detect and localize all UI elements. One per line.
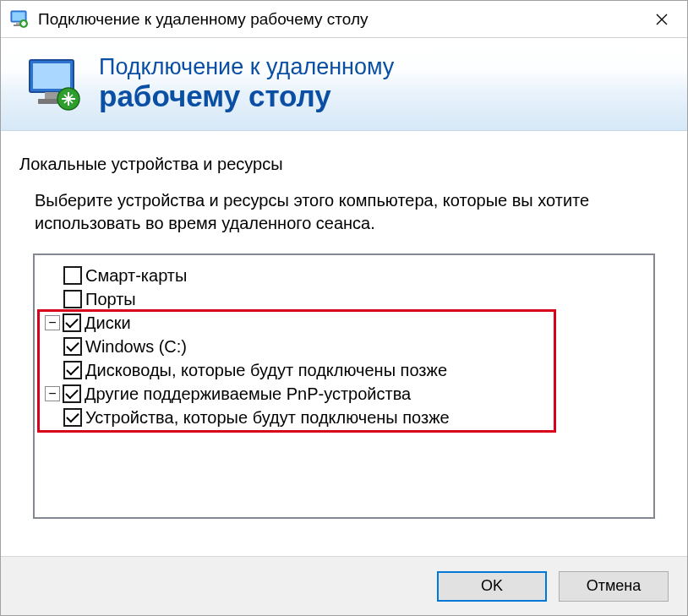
banner-line2: рабочему столу — [99, 80, 394, 113]
titlebar: Подключение к удаленному рабочему столу — [1, 1, 687, 38]
tree-item-pnp-future[interactable]: Устройства, которые будут подключены поз… — [41, 406, 647, 429]
tree-item-drives-future[interactable]: Дисководы, которые будут подключены позж… — [41, 358, 647, 382]
tree-label: Смарт-карты — [84, 264, 187, 287]
svg-rect-7 — [45, 92, 58, 99]
svg-rect-1 — [13, 12, 25, 20]
app-icon — [8, 8, 31, 31]
ok-button[interactable]: OK — [437, 571, 547, 602]
checkbox-ports[interactable] — [63, 290, 82, 308]
tree-label: Windows (C:) — [84, 335, 187, 358]
tree-item-smartcards[interactable]: Смарт-карты — [41, 264, 647, 287]
checkbox-drives-future[interactable] — [63, 361, 82, 379]
cancel-button[interactable]: Отмена — [559, 571, 669, 602]
tree-item-pnp[interactable]: − Другие поддерживаемые PnP-устройства — [41, 382, 647, 406]
rdp-icon — [26, 55, 85, 114]
checkbox-smartcards[interactable] — [63, 266, 82, 285]
tree-item-drives[interactable]: − Диски — [41, 311, 647, 335]
section-header: Локальные устройства и ресурсы — [19, 155, 669, 174]
banner-text: Подключение к удаленному рабочему столу — [99, 55, 394, 112]
svg-rect-6 — [33, 63, 70, 89]
tree-item-drive-c[interactable]: Windows (C:) — [41, 335, 647, 358]
tree-item-ports[interactable]: Порты — [41, 287, 647, 311]
checkbox-pnp[interactable] — [63, 384, 81, 403]
dialog-footer: OK Отмена — [1, 556, 687, 615]
tree-label: Порты — [84, 287, 136, 311]
checkbox-drives[interactable] — [63, 313, 81, 332]
section-description: Выберите устройства и ресурсы этого комп… — [35, 189, 653, 235]
tree-label: Устройства, которые будут подключены поз… — [84, 406, 450, 429]
checkbox-drive-c[interactable] — [63, 337, 82, 356]
banner-line1: Подключение к удаленному — [99, 55, 394, 80]
checkbox-pnp-future[interactable] — [63, 408, 82, 427]
content-area: Локальные устройства и ресурсы Выберите … — [1, 131, 687, 529]
tree-label: Диски — [83, 311, 131, 335]
collapse-icon[interactable]: − — [45, 315, 60, 330]
device-tree: Смарт-карты Порты − Диски Windows (C:) Д… — [33, 253, 655, 519]
banner: Подключение к удаленному рабочему столу — [1, 38, 687, 131]
collapse-icon[interactable]: − — [45, 386, 60, 401]
tree-label: Дисководы, которые будут подключены позж… — [84, 358, 447, 382]
window-title: Подключение к удаленному рабочему столу — [38, 10, 636, 29]
close-button[interactable] — [636, 1, 687, 38]
tree-label: Другие поддерживаемые PnP-устройства — [83, 382, 411, 406]
